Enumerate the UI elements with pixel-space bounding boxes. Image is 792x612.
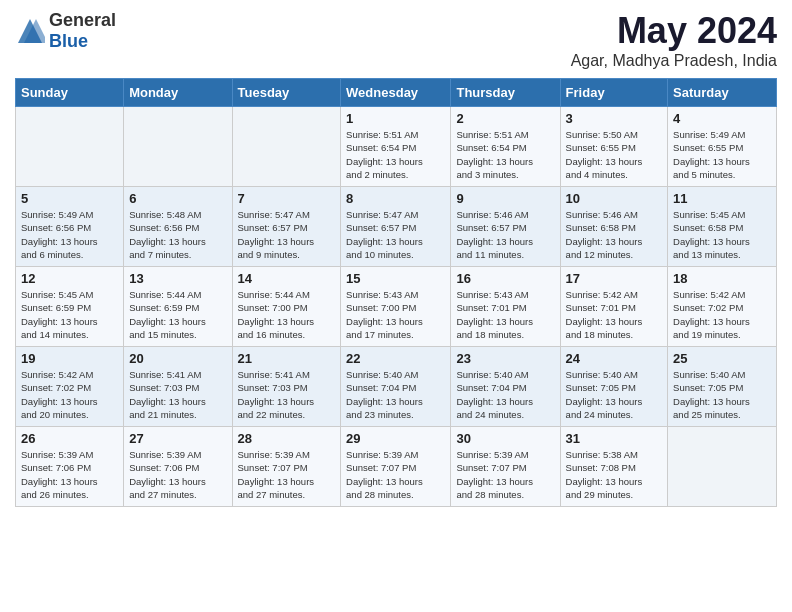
calendar-week-row: 26Sunrise: 5:39 AM Sunset: 7:06 PM Dayli… <box>16 427 777 507</box>
calendar-cell <box>668 427 777 507</box>
calendar-cell: 19Sunrise: 5:42 AM Sunset: 7:02 PM Dayli… <box>16 347 124 427</box>
day-number: 2 <box>456 111 554 126</box>
day-number: 1 <box>346 111 445 126</box>
weekday-header-saturday: Saturday <box>668 79 777 107</box>
weekday-header-wednesday: Wednesday <box>341 79 451 107</box>
day-number: 31 <box>566 431 662 446</box>
cell-info: Sunrise: 5:42 AM Sunset: 7:02 PM Dayligh… <box>673 288 771 341</box>
month-title: May 2024 <box>571 10 777 52</box>
calendar-cell: 24Sunrise: 5:40 AM Sunset: 7:05 PM Dayli… <box>560 347 667 427</box>
day-number: 30 <box>456 431 554 446</box>
calendar-cell <box>124 107 232 187</box>
calendar-week-row: 12Sunrise: 5:45 AM Sunset: 6:59 PM Dayli… <box>16 267 777 347</box>
day-number: 23 <box>456 351 554 366</box>
day-number: 7 <box>238 191 336 206</box>
cell-info: Sunrise: 5:45 AM Sunset: 6:58 PM Dayligh… <box>673 208 771 261</box>
cell-info: Sunrise: 5:43 AM Sunset: 7:01 PM Dayligh… <box>456 288 554 341</box>
logo-text-blue: Blue <box>49 31 88 51</box>
day-number: 21 <box>238 351 336 366</box>
cell-info: Sunrise: 5:39 AM Sunset: 7:07 PM Dayligh… <box>456 448 554 501</box>
calendar-cell: 23Sunrise: 5:40 AM Sunset: 7:04 PM Dayli… <box>451 347 560 427</box>
logo-text-general: General <box>49 10 116 30</box>
cell-info: Sunrise: 5:49 AM Sunset: 6:56 PM Dayligh… <box>21 208 118 261</box>
day-number: 18 <box>673 271 771 286</box>
day-number: 10 <box>566 191 662 206</box>
cell-info: Sunrise: 5:44 AM Sunset: 7:00 PM Dayligh… <box>238 288 336 341</box>
weekday-header-thursday: Thursday <box>451 79 560 107</box>
calendar-week-row: 19Sunrise: 5:42 AM Sunset: 7:02 PM Dayli… <box>16 347 777 427</box>
cell-info: Sunrise: 5:39 AM Sunset: 7:06 PM Dayligh… <box>129 448 226 501</box>
calendar-cell: 2Sunrise: 5:51 AM Sunset: 6:54 PM Daylig… <box>451 107 560 187</box>
cell-info: Sunrise: 5:51 AM Sunset: 6:54 PM Dayligh… <box>346 128 445 181</box>
cell-info: Sunrise: 5:40 AM Sunset: 7:05 PM Dayligh… <box>673 368 771 421</box>
cell-info: Sunrise: 5:45 AM Sunset: 6:59 PM Dayligh… <box>21 288 118 341</box>
day-number: 12 <box>21 271 118 286</box>
title-section: May 2024 Agar, Madhya Pradesh, India <box>571 10 777 70</box>
calendar-cell: 30Sunrise: 5:39 AM Sunset: 7:07 PM Dayli… <box>451 427 560 507</box>
calendar-cell: 31Sunrise: 5:38 AM Sunset: 7:08 PM Dayli… <box>560 427 667 507</box>
calendar-week-row: 5Sunrise: 5:49 AM Sunset: 6:56 PM Daylig… <box>16 187 777 267</box>
calendar-cell: 20Sunrise: 5:41 AM Sunset: 7:03 PM Dayli… <box>124 347 232 427</box>
day-number: 26 <box>21 431 118 446</box>
calendar-cell: 25Sunrise: 5:40 AM Sunset: 7:05 PM Dayli… <box>668 347 777 427</box>
cell-info: Sunrise: 5:48 AM Sunset: 6:56 PM Dayligh… <box>129 208 226 261</box>
calendar-cell: 11Sunrise: 5:45 AM Sunset: 6:58 PM Dayli… <box>668 187 777 267</box>
calendar-cell: 9Sunrise: 5:46 AM Sunset: 6:57 PM Daylig… <box>451 187 560 267</box>
cell-info: Sunrise: 5:40 AM Sunset: 7:05 PM Dayligh… <box>566 368 662 421</box>
day-number: 13 <box>129 271 226 286</box>
day-number: 24 <box>566 351 662 366</box>
calendar-cell: 18Sunrise: 5:42 AM Sunset: 7:02 PM Dayli… <box>668 267 777 347</box>
cell-info: Sunrise: 5:42 AM Sunset: 7:01 PM Dayligh… <box>566 288 662 341</box>
day-number: 28 <box>238 431 336 446</box>
day-number: 9 <box>456 191 554 206</box>
calendar-cell: 10Sunrise: 5:46 AM Sunset: 6:58 PM Dayli… <box>560 187 667 267</box>
day-number: 6 <box>129 191 226 206</box>
calendar-cell: 27Sunrise: 5:39 AM Sunset: 7:06 PM Dayli… <box>124 427 232 507</box>
cell-info: Sunrise: 5:41 AM Sunset: 7:03 PM Dayligh… <box>238 368 336 421</box>
logo: General Blue <box>15 10 116 52</box>
cell-info: Sunrise: 5:40 AM Sunset: 7:04 PM Dayligh… <box>456 368 554 421</box>
day-number: 20 <box>129 351 226 366</box>
calendar-cell: 28Sunrise: 5:39 AM Sunset: 7:07 PM Dayli… <box>232 427 341 507</box>
cell-info: Sunrise: 5:40 AM Sunset: 7:04 PM Dayligh… <box>346 368 445 421</box>
calendar-cell: 4Sunrise: 5:49 AM Sunset: 6:55 PM Daylig… <box>668 107 777 187</box>
day-number: 15 <box>346 271 445 286</box>
calendar-cell: 15Sunrise: 5:43 AM Sunset: 7:00 PM Dayli… <box>341 267 451 347</box>
calendar-cell: 17Sunrise: 5:42 AM Sunset: 7:01 PM Dayli… <box>560 267 667 347</box>
day-number: 27 <box>129 431 226 446</box>
day-number: 17 <box>566 271 662 286</box>
cell-info: Sunrise: 5:46 AM Sunset: 6:57 PM Dayligh… <box>456 208 554 261</box>
calendar-cell: 14Sunrise: 5:44 AM Sunset: 7:00 PM Dayli… <box>232 267 341 347</box>
cell-info: Sunrise: 5:50 AM Sunset: 6:55 PM Dayligh… <box>566 128 662 181</box>
cell-info: Sunrise: 5:38 AM Sunset: 7:08 PM Dayligh… <box>566 448 662 501</box>
calendar-cell: 29Sunrise: 5:39 AM Sunset: 7:07 PM Dayli… <box>341 427 451 507</box>
day-number: 3 <box>566 111 662 126</box>
day-number: 19 <box>21 351 118 366</box>
location-title: Agar, Madhya Pradesh, India <box>571 52 777 70</box>
weekday-header-friday: Friday <box>560 79 667 107</box>
day-number: 14 <box>238 271 336 286</box>
cell-info: Sunrise: 5:41 AM Sunset: 7:03 PM Dayligh… <box>129 368 226 421</box>
calendar-cell: 16Sunrise: 5:43 AM Sunset: 7:01 PM Dayli… <box>451 267 560 347</box>
day-number: 16 <box>456 271 554 286</box>
cell-info: Sunrise: 5:44 AM Sunset: 6:59 PM Dayligh… <box>129 288 226 341</box>
calendar-table: SundayMondayTuesdayWednesdayThursdayFrid… <box>15 78 777 507</box>
weekday-header-tuesday: Tuesday <box>232 79 341 107</box>
weekday-header-monday: Monday <box>124 79 232 107</box>
page-header: General Blue May 2024 Agar, Madhya Prade… <box>15 10 777 70</box>
cell-info: Sunrise: 5:43 AM Sunset: 7:00 PM Dayligh… <box>346 288 445 341</box>
day-number: 8 <box>346 191 445 206</box>
weekday-header-sunday: Sunday <box>16 79 124 107</box>
cell-info: Sunrise: 5:47 AM Sunset: 6:57 PM Dayligh… <box>346 208 445 261</box>
calendar-cell: 3Sunrise: 5:50 AM Sunset: 6:55 PM Daylig… <box>560 107 667 187</box>
calendar-cell: 26Sunrise: 5:39 AM Sunset: 7:06 PM Dayli… <box>16 427 124 507</box>
cell-info: Sunrise: 5:42 AM Sunset: 7:02 PM Dayligh… <box>21 368 118 421</box>
calendar-cell: 5Sunrise: 5:49 AM Sunset: 6:56 PM Daylig… <box>16 187 124 267</box>
cell-info: Sunrise: 5:51 AM Sunset: 6:54 PM Dayligh… <box>456 128 554 181</box>
day-number: 11 <box>673 191 771 206</box>
calendar-cell: 1Sunrise: 5:51 AM Sunset: 6:54 PM Daylig… <box>341 107 451 187</box>
calendar-cell: 6Sunrise: 5:48 AM Sunset: 6:56 PM Daylig… <box>124 187 232 267</box>
cell-info: Sunrise: 5:39 AM Sunset: 7:06 PM Dayligh… <box>21 448 118 501</box>
cell-info: Sunrise: 5:47 AM Sunset: 6:57 PM Dayligh… <box>238 208 336 261</box>
calendar-week-row: 1Sunrise: 5:51 AM Sunset: 6:54 PM Daylig… <box>16 107 777 187</box>
